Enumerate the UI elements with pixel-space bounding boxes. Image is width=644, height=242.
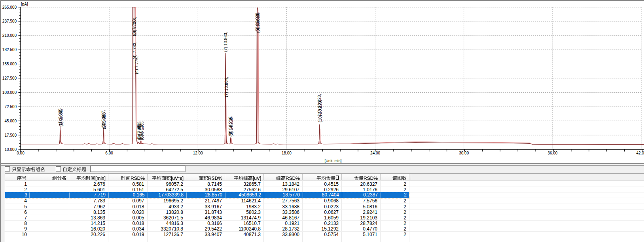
svg-text:(1) 2.686,: (1) 2.686, — [59, 109, 63, 127]
svg-text:(3) 7.720,: (3) 7.720, — [132, 18, 136, 36]
svg-text:42.00: 42.00 — [636, 151, 644, 155]
svg-text:210.000: 210.000 — [2, 33, 17, 38]
svg-text:155.000: 155.000 — [2, 62, 17, 66]
svg-text:(4) 7.776,: (4) 7.776, — [134, 56, 139, 74]
svg-text:(2) 5.595,: (2) 5.595, — [102, 111, 106, 129]
svg-text:-10.000: -10.000 — [3, 147, 17, 152]
svg-text:72.500: 72.500 — [4, 105, 17, 109]
svg-text:(8) 14.216,: (8) 14.216, — [228, 116, 233, 136]
svg-text:237.500: 237.500 — [2, 19, 17, 23]
svg-text:36.00: 36.00 — [547, 151, 557, 155]
svg-text:(10) 20.220,: (10) 20.220, — [318, 100, 322, 122]
svg-text:24.00: 24.00 — [370, 151, 380, 155]
svg-text:[pA]: [pA] — [21, 2, 28, 6]
svg-text:100.000: 100.000 — [2, 90, 17, 95]
svg-text:(6) 8.136,: (6) 8.136, — [140, 122, 144, 140]
svg-text:[Unit: min]: [Unit: min] — [325, 158, 342, 163]
svg-text:(9) 16.020,: (9) 16.020, — [256, 13, 260, 33]
svg-text:182.500: 182.500 — [2, 48, 17, 52]
svg-text:45.000: 45.000 — [4, 119, 17, 123]
svg-text:127.500: 127.500 — [2, 76, 17, 80]
svg-text:12.00: 12.00 — [193, 151, 203, 155]
svg-text:17.500: 17.500 — [4, 133, 17, 137]
svg-text:265.000: 265.000 — [2, 5, 17, 10]
svg-text:(7) 13.864,: (7) 13.864, — [224, 77, 229, 97]
svg-text:(7) 13.863,: (7) 13.863, — [223, 32, 228, 52]
svg-text:6.00: 6.00 — [105, 151, 113, 155]
svg-text:0.00: 0.00 — [17, 151, 25, 155]
svg-text:30.00: 30.00 — [459, 151, 469, 155]
svg-text:18.00: 18.00 — [282, 151, 292, 155]
